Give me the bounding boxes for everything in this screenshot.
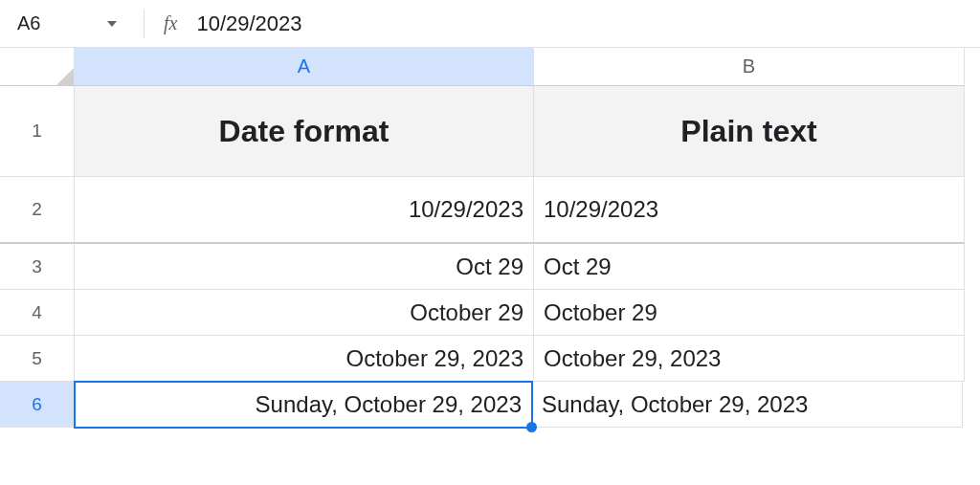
chevron-down-icon[interactable] <box>107 21 117 27</box>
column-header-row: A B <box>0 48 980 86</box>
name-box-value: A6 <box>17 12 40 34</box>
row-6: 6 Sunday, October 29, 2023 Sunday, Octob… <box>0 382 980 428</box>
cell-b5[interactable]: October 29, 2023 <box>534 336 965 382</box>
row-4: 4 October 29 October 29 <box>0 290 980 336</box>
formula-bar: A6 fx 10/29/2023 <box>0 0 980 48</box>
cell-b2[interactable]: 10/29/2023 <box>534 177 965 244</box>
cell-a2[interactable]: 10/29/2023 <box>75 177 534 244</box>
cell-b1[interactable]: Plain text <box>534 86 965 177</box>
row-header-6[interactable]: 6 <box>0 382 75 428</box>
row-header-3[interactable]: 3 <box>0 244 75 290</box>
column-header-b[interactable]: B <box>534 48 965 86</box>
cell-a5[interactable]: October 29, 2023 <box>75 336 534 382</box>
row-5: 5 October 29, 2023 October 29, 2023 <box>0 336 980 382</box>
cell-b6[interactable]: Sunday, October 29, 2023 <box>532 382 963 428</box>
divider <box>144 10 145 38</box>
fx-icon[interactable]: fx <box>164 12 177 34</box>
cell-b4[interactable]: October 29 <box>534 290 965 336</box>
formula-input[interactable]: 10/29/2023 <box>196 11 301 36</box>
row-header-4[interactable]: 4 <box>0 290 75 336</box>
row-3: 3 Oct 29 Oct 29 <box>0 244 980 290</box>
cell-b3[interactable]: Oct 29 <box>534 244 965 290</box>
cell-a1[interactable]: Date format <box>75 86 534 177</box>
row-1: 1 Date format Plain text <box>0 86 980 177</box>
row-2: 2 10/29/2023 10/29/2023 <box>0 177 980 244</box>
column-header-a[interactable]: A <box>75 48 534 86</box>
row-header-5[interactable]: 5 <box>0 336 75 382</box>
name-box[interactable]: A6 <box>10 12 124 34</box>
cell-a6[interactable]: Sunday, October 29, 2023 <box>74 381 533 429</box>
row-header-2[interactable]: 2 <box>0 177 75 244</box>
cell-a4[interactable]: October 29 <box>75 290 534 336</box>
row-header-1[interactable]: 1 <box>0 86 75 177</box>
select-all-corner[interactable] <box>0 48 75 86</box>
spreadsheet-grid: A B 1 Date format Plain text 2 10/29/202… <box>0 48 980 428</box>
cell-a3[interactable]: Oct 29 <box>75 244 534 290</box>
